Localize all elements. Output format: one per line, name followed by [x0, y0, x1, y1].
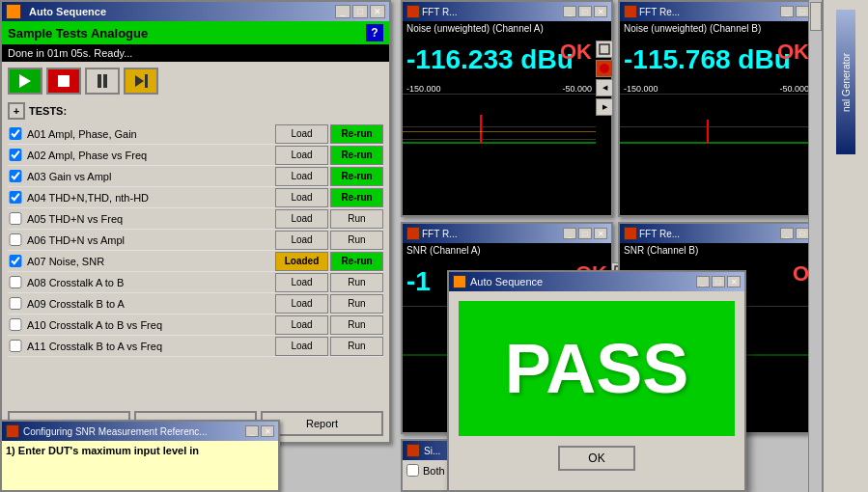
auto-sequence-window: Auto Sequence _ □ ✕ Sample Tests Analogu…	[0, 0, 391, 444]
load-button-a03[interactable]: Load	[275, 167, 328, 186]
fft1-channel-label: Noise (unweighted) (Channel A)	[403, 21, 596, 36]
stop-button[interactable]	[46, 68, 81, 95]
fft3-minimize[interactable]: _	[563, 228, 576, 239]
run-button-a08[interactable]: Run	[330, 273, 383, 292]
config-icon	[6, 424, 19, 438]
both-channels-checkbox[interactable]	[406, 464, 419, 477]
pass-dialog-maximize[interactable]: □	[712, 276, 725, 287]
config-minimize[interactable]: _	[245, 425, 259, 437]
load-button-a07[interactable]: Loaded	[275, 252, 328, 271]
play-icon	[19, 74, 31, 88]
pass-text: PASS	[505, 329, 689, 408]
main-scrollbar[interactable]	[808, 0, 822, 492]
tests-section: + TESTS: A01 Ampl, Phase, Gain Load Re-r…	[2, 100, 389, 359]
test-name-a11: A11 Crosstalk B to A vs Freq	[27, 341, 275, 352]
fft2-titlebar: FFT Re... _ □ ✕	[620, 2, 828, 21]
load-button-a04[interactable]: Load	[275, 188, 328, 207]
config-close[interactable]: ✕	[261, 425, 274, 437]
table-row: A09 Crosstalk B to A Load Run	[8, 293, 383, 314]
test-checkbox-a04[interactable]	[8, 191, 23, 204]
fft3-close[interactable]: ✕	[594, 228, 607, 239]
window-icon	[6, 4, 21, 19]
test-checkbox-a01[interactable]	[8, 127, 23, 140]
fft2-minimize[interactable]: _	[780, 6, 794, 17]
fft2-scale: -150.000 -50.000	[620, 84, 813, 94]
auto-seq-title: Auto Sequence	[29, 6, 106, 17]
test-checkbox-a10[interactable]	[8, 318, 23, 331]
fft1-value: -116.233 dBu	[403, 42, 577, 77]
maximize-button[interactable]: □	[352, 5, 368, 18]
fft1-side-btn-4[interactable]: ▶	[596, 98, 613, 116]
test-checkbox-a07[interactable]	[8, 255, 23, 267]
step-button[interactable]	[124, 68, 158, 95]
load-button-a05[interactable]: Load	[275, 209, 328, 229]
fft-window-1: FFT R... _ □ ✕ Noise (unweighted) (Chann…	[401, 0, 613, 217]
config-content: 1) Enter DUT's maximum input level in	[2, 441, 278, 460]
run-button-a02[interactable]: Re-run	[330, 146, 383, 165]
fft2-graph	[620, 94, 813, 151]
load-button-a10[interactable]: Load	[275, 315, 328, 335]
scrollbar-thumb[interactable]	[810, 2, 822, 31]
test-checkbox-a11[interactable]	[8, 340, 23, 352]
svg-rect-0	[600, 44, 609, 54]
run-button-a09[interactable]: Run	[330, 294, 383, 314]
load-button-a09[interactable]: Load	[275, 294, 328, 314]
fft2-value: -115.768 dBu	[620, 42, 795, 77]
fft1-icon	[406, 5, 420, 18]
seq-status: Done in 01m 05s. Ready...	[2, 44, 389, 62]
load-button-a08[interactable]: Load	[275, 273, 328, 292]
fft4-maximize[interactable]: □	[796, 228, 809, 239]
config-title: Configuring SNR Measurement Referenc...	[23, 426, 208, 437]
help-button[interactable]: ?	[366, 24, 383, 41]
config-snr-window: Configuring SNR Measurement Referenc... …	[0, 420, 280, 492]
run-button-a11[interactable]: Run	[330, 337, 383, 356]
run-button-a03[interactable]: Re-run	[330, 167, 383, 186]
test-checkbox-a06[interactable]	[8, 233, 23, 246]
fft2-maximize[interactable]: □	[796, 6, 809, 17]
load-button-a01[interactable]: Load	[275, 124, 328, 144]
run-button-a05[interactable]: Run	[330, 209, 383, 229]
close-button[interactable]: ✕	[370, 5, 385, 18]
pass-dialog-minimize[interactable]: _	[696, 276, 710, 287]
run-button-a01[interactable]: Re-run	[330, 124, 383, 144]
test-checkbox-a05[interactable]	[8, 212, 23, 225]
test-checkbox-a03[interactable]	[8, 170, 23, 182]
load-button-a02[interactable]: Load	[275, 146, 328, 165]
fft2-scale-max: -50.000	[779, 84, 809, 94]
load-button-a11[interactable]: Load	[275, 337, 328, 356]
fft4-channel-label: SNR (Channel B)	[620, 243, 828, 258]
fft1-side-btn-1[interactable]	[596, 41, 613, 58]
run-button-a07[interactable]: Re-run	[330, 252, 383, 271]
run-button-a04[interactable]: Re-run	[330, 188, 383, 207]
fft1-maximize[interactable]: □	[578, 6, 592, 17]
fft1-content: Noise (unweighted) (Channel A) -116.233 …	[403, 21, 596, 151]
add-test-button[interactable]: +	[8, 102, 25, 120]
table-row: A06 THD+N vs Ampl Load Run	[8, 230, 383, 251]
test-checkbox-a08[interactable]	[8, 276, 23, 288]
test-name-a07: A07 Noise, SNR	[27, 256, 275, 267]
fft1-side-buttons: ◀ ▶	[596, 41, 615, 116]
fft4-minimize[interactable]: _	[780, 228, 794, 239]
fft3-maximize[interactable]: □	[578, 228, 592, 239]
fft1-side-btn-3[interactable]: ◀	[596, 79, 613, 96]
pass-dialog-close[interactable]: ✕	[727, 276, 741, 287]
fft3-value: -1	[403, 264, 434, 299]
test-checkbox-a09[interactable]	[8, 297, 23, 310]
minimize-button[interactable]: _	[335, 5, 350, 18]
fft1-close[interactable]: ✕	[594, 6, 607, 17]
test-checkbox-a02[interactable]	[8, 149, 23, 161]
pause-icon	[98, 74, 107, 88]
run-button-a10[interactable]: Run	[330, 315, 383, 335]
pause-button[interactable]	[85, 68, 120, 95]
fft1-minimize[interactable]: _	[563, 6, 576, 17]
run-button-a06[interactable]: Run	[330, 231, 383, 250]
play-button[interactable]	[8, 68, 42, 95]
test-name-a01: A01 Ampl, Phase, Gain	[27, 128, 275, 140]
fft4-title: FFT Re...	[639, 229, 680, 239]
pass-dialog-title: Auto Sequence	[470, 276, 543, 287]
seq-toolbar	[2, 62, 389, 100]
load-button-a06[interactable]: Load	[275, 231, 328, 250]
fft1-side-btn-2[interactable]	[596, 60, 613, 77]
config-line1: 1) Enter DUT's maximum input level in	[6, 445, 274, 456]
pass-ok-button[interactable]: OK	[558, 446, 635, 471]
